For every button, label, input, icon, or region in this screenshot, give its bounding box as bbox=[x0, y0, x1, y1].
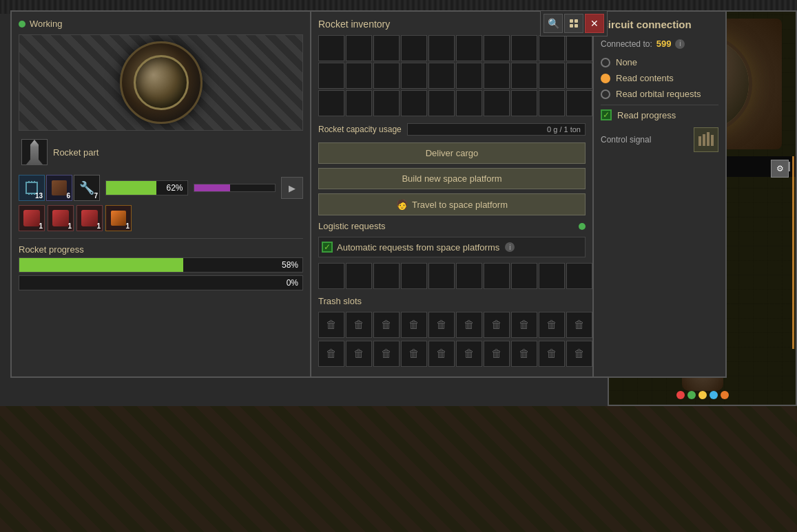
logistic-slot-5[interactable] bbox=[456, 263, 482, 289]
inv-slot-28[interactable] bbox=[539, 90, 565, 116]
none-option[interactable]: None bbox=[601, 57, 718, 67]
inv-slot-13[interactable] bbox=[401, 63, 427, 89]
trash-slot-1[interactable]: 🗑 bbox=[346, 312, 372, 338]
inv-slot-5[interactable] bbox=[456, 35, 482, 61]
inv-slot-25[interactable] bbox=[456, 90, 482, 116]
inv-slot-29[interactable] bbox=[566, 90, 592, 116]
logistic-slot-2[interactable] bbox=[373, 263, 400, 289]
inv-slot-7[interactable] bbox=[511, 35, 537, 61]
auto-requests-info-icon[interactable]: i bbox=[505, 242, 515, 252]
trash-slot-14[interactable]: 🗑 bbox=[428, 341, 455, 367]
trash-slot-2[interactable]: 🗑 bbox=[373, 312, 400, 338]
travel-platform-button[interactable]: 🧑 Travel to space platform bbox=[318, 193, 586, 215]
logistic-slot-7[interactable] bbox=[511, 263, 537, 289]
trash-slot-6[interactable]: 🗑 bbox=[484, 312, 510, 338]
circuit-title: Circuit connection bbox=[601, 19, 718, 30]
read-orbital-option[interactable]: Read orbital requests bbox=[601, 89, 718, 99]
capacity-label: Rocket capacity usage bbox=[318, 125, 402, 134]
control-signal-icon[interactable] bbox=[694, 127, 718, 152]
trash-slot-17[interactable]: 🗑 bbox=[511, 341, 537, 367]
connected-info-icon[interactable]: i bbox=[675, 39, 685, 49]
svg-rect-12 bbox=[703, 134, 705, 146]
trash-slot-7[interactable]: 🗑 bbox=[511, 312, 537, 338]
bi-orange bbox=[721, 391, 729, 399]
trash-slot-5[interactable]: 🗑 bbox=[456, 312, 482, 338]
circuit-divider bbox=[601, 105, 718, 105]
inv-slot-4[interactable] bbox=[428, 35, 455, 61]
inv-slot-1[interactable] bbox=[346, 35, 372, 61]
bi-yellow bbox=[698, 391, 707, 399]
svg-rect-0 bbox=[570, 19, 573, 23]
trash-slot-16[interactable]: 🗑 bbox=[484, 341, 510, 367]
logistic-slot-9[interactable] bbox=[566, 263, 592, 289]
inv-slot-0[interactable] bbox=[318, 35, 344, 61]
inv-slot-26[interactable] bbox=[484, 90, 510, 116]
inv-slot-9[interactable] bbox=[566, 35, 592, 61]
wrench-count: 7 bbox=[94, 192, 98, 200]
bottom-indicators bbox=[676, 391, 729, 399]
machine-inner bbox=[134, 55, 189, 110]
signal-svg bbox=[697, 131, 715, 149]
inv-slot-3[interactable] bbox=[401, 35, 427, 61]
inv-slot-17[interactable] bbox=[511, 63, 537, 89]
inv-slot-24[interactable] bbox=[428, 90, 455, 116]
logistic-slot-1[interactable] bbox=[346, 263, 372, 289]
trash-slot-15[interactable]: 🗑 bbox=[456, 341, 482, 367]
inv-slot-23[interactable] bbox=[401, 90, 427, 116]
inv-slot-20[interactable] bbox=[318, 90, 344, 116]
inv-slot-6[interactable] bbox=[484, 35, 510, 61]
trash-slot-13[interactable]: 🗑 bbox=[401, 341, 427, 367]
search-button[interactable]: 🔍 bbox=[544, 14, 563, 33]
trash-slots-grid-2: 🗑 🗑 🗑 🗑 🗑 🗑 🗑 🗑 🗑 🗑 bbox=[318, 341, 586, 367]
read-contents-radio[interactable] bbox=[601, 74, 610, 83]
none-radio[interactable] bbox=[601, 58, 610, 67]
trash-slot-3[interactable]: 🗑 bbox=[401, 312, 427, 338]
read-contents-label: Read contents bbox=[616, 73, 674, 83]
inv-slot-12[interactable] bbox=[373, 63, 400, 89]
inv-slot-2[interactable] bbox=[373, 35, 400, 61]
capacity-value: 0 g / 1 ton bbox=[547, 125, 581, 134]
inv-slot-21[interactable] bbox=[346, 90, 372, 116]
auto-requests-checkbox[interactable]: ✓ bbox=[322, 242, 333, 253]
inv-slot-18[interactable] bbox=[539, 63, 565, 89]
logistic-slot-8[interactable] bbox=[539, 263, 565, 289]
trash-slot-4[interactable]: 🗑 bbox=[428, 312, 455, 338]
trash-slot-18[interactable]: 🗑 bbox=[539, 341, 565, 367]
logistic-slot-6[interactable] bbox=[484, 263, 510, 289]
logistic-slot-0[interactable] bbox=[318, 263, 344, 289]
trash-slot-8[interactable]: 🗑 bbox=[539, 312, 565, 338]
logistic-slot-3[interactable] bbox=[401, 263, 427, 289]
inv-slot-22[interactable] bbox=[373, 90, 400, 116]
trash-slot-0[interactable]: 🗑 bbox=[318, 312, 344, 338]
connected-row: Connected to: 599 i bbox=[601, 39, 718, 49]
read-progress-option[interactable]: ✓ Read progress bbox=[601, 109, 718, 120]
trash-slot-10[interactable]: 🗑 bbox=[318, 341, 344, 367]
trash-slot-12[interactable]: 🗑 bbox=[373, 341, 400, 367]
trash-slot-11[interactable]: 🗑 bbox=[346, 341, 372, 367]
ingredient-count-1: 1 bbox=[39, 222, 43, 230]
trash-slot-9[interactable]: 🗑 bbox=[566, 312, 592, 338]
inv-slot-10[interactable] bbox=[318, 63, 344, 89]
read-orbital-radio[interactable] bbox=[601, 89, 610, 99]
read-progress-checkbox[interactable]: ✓ bbox=[601, 109, 612, 120]
status-indicator: Working bbox=[19, 19, 303, 29]
inv-slot-8[interactable] bbox=[539, 35, 565, 61]
deliver-cargo-button[interactable]: Deliver cargo bbox=[318, 142, 586, 164]
middle-panel: Rocket inventory bbox=[310, 10, 592, 378]
inv-slot-14[interactable] bbox=[428, 63, 455, 89]
logistic-slot-4[interactable] bbox=[428, 263, 455, 289]
read-contents-option[interactable]: Read contents bbox=[601, 73, 718, 83]
window-controls-bar: 🔍 ✕ bbox=[540, 10, 608, 36]
inv-slot-11[interactable] bbox=[346, 63, 372, 89]
close-button[interactable]: ✕ bbox=[585, 14, 604, 33]
inv-slot-15[interactable] bbox=[456, 63, 482, 89]
inv-slot-27[interactable] bbox=[511, 90, 537, 116]
inv-slot-16[interactable] bbox=[484, 63, 510, 89]
rocket-inventory-grid bbox=[318, 35, 586, 116]
arrow-button[interactable]: ▶ bbox=[281, 177, 303, 199]
trash-slot-19[interactable]: 🗑 bbox=[566, 341, 592, 367]
none-label: None bbox=[616, 57, 637, 67]
circuit-button[interactable] bbox=[564, 14, 583, 33]
inv-slot-19[interactable] bbox=[566, 63, 592, 89]
build-platform-button[interactable]: Build new space platform bbox=[318, 168, 586, 189]
